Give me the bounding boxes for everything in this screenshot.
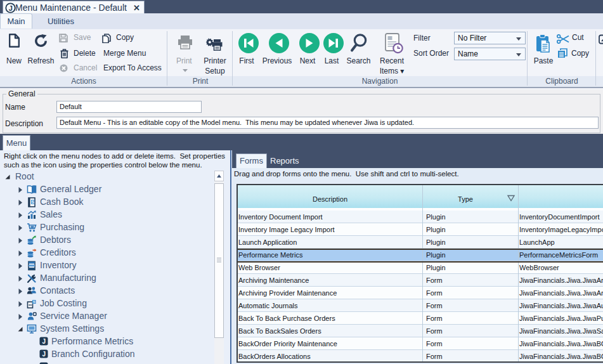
svg-text:J: J <box>42 351 46 358</box>
svg-text:J: J <box>9 4 13 12</box>
svg-text:S: S <box>32 200 35 204</box>
svg-text:J: J <box>42 338 46 345</box>
